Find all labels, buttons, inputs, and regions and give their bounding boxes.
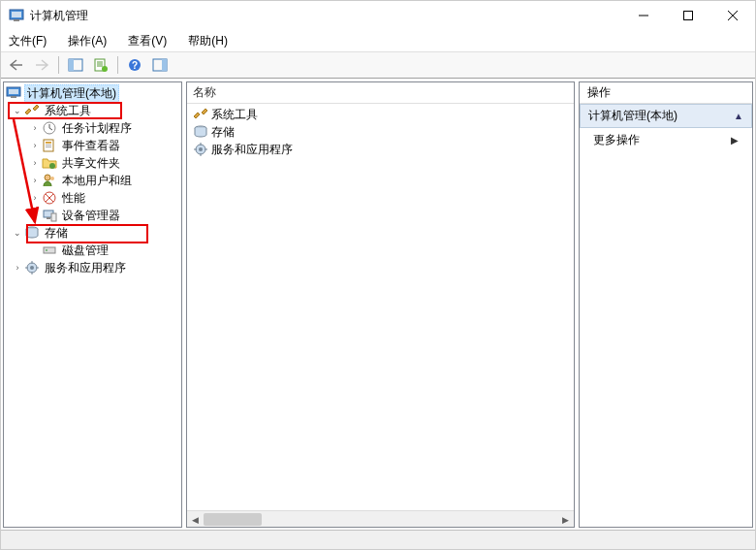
actions-more[interactable]: 更多操作 ▶ bbox=[580, 128, 752, 152]
svg-rect-16 bbox=[9, 89, 18, 94]
actions-section[interactable]: 计算机管理(本地) ▲ bbox=[580, 104, 752, 128]
expander-icon[interactable]: › bbox=[29, 175, 41, 186]
submenu-arrow-icon: ▶ bbox=[731, 135, 739, 146]
toolbar-separator bbox=[117, 56, 118, 74]
tools-icon bbox=[193, 107, 208, 122]
show-hide-tree-button[interactable] bbox=[64, 54, 87, 76]
toolbar-separator bbox=[58, 56, 59, 74]
help-button[interactable]: ? bbox=[123, 54, 146, 76]
column-name[interactable]: 名称 bbox=[193, 84, 216, 101]
window-title: 计算机管理 bbox=[30, 8, 621, 24]
forward-button[interactable] bbox=[30, 54, 53, 76]
menu-help[interactable]: 帮助(H) bbox=[184, 31, 232, 51]
disk-icon bbox=[42, 243, 57, 258]
list-item-label: 服务和应用程序 bbox=[211, 142, 293, 158]
toolbar: ? bbox=[1, 51, 755, 79]
list-item-label: 系统工具 bbox=[211, 107, 258, 123]
actions-more-label: 更多操作 bbox=[593, 132, 640, 148]
clock-icon bbox=[42, 120, 57, 136]
back-button[interactable] bbox=[5, 54, 28, 76]
list-item-storage[interactable]: 存储 bbox=[189, 123, 572, 141]
actions-body: 计算机管理(本地) ▲ 更多操作 ▶ bbox=[580, 104, 752, 527]
content-area: 计算机管理(本地) ⌄ 系统工具 › 任务计划程序 › 事件查看器 › 共享文件… bbox=[1, 79, 755, 530]
maximize-button[interactable] bbox=[666, 1, 710, 30]
users-icon bbox=[42, 173, 57, 188]
svg-text:?: ? bbox=[132, 60, 138, 71]
list-item-system-tools[interactable]: 系统工具 bbox=[189, 106, 572, 123]
list-item-label: 存储 bbox=[211, 124, 235, 141]
tree-shared-folders-label: 共享文件夹 bbox=[60, 155, 122, 172]
tree-storage-label: 存储 bbox=[43, 225, 70, 242]
actions-section-label: 计算机管理(本地) bbox=[588, 108, 677, 124]
horizontal-scrollbar[interactable]: ◀ ▶ bbox=[187, 510, 574, 527]
actions-header: 操作 bbox=[580, 82, 752, 104]
svg-point-10 bbox=[102, 66, 108, 72]
tree-local-users[interactable]: › 本地用户和组 bbox=[6, 172, 179, 189]
list-item-services-apps[interactable]: 服务和应用程序 bbox=[189, 141, 572, 158]
svg-rect-29 bbox=[51, 213, 56, 221]
expander-icon[interactable]: ⌄ bbox=[12, 105, 23, 116]
tree-performance-label: 性能 bbox=[60, 190, 87, 207]
tree-services-apps-label: 服务和应用程序 bbox=[43, 260, 128, 276]
svg-rect-17 bbox=[11, 96, 16, 98]
expander-icon[interactable]: › bbox=[29, 192, 41, 204]
storage-icon bbox=[24, 225, 40, 241]
tree-performance[interactable]: › 性能 bbox=[6, 189, 179, 207]
tree-system-tools[interactable]: ⌄ 系统工具 bbox=[6, 102, 179, 119]
svg-rect-4 bbox=[684, 12, 693, 20]
expander-icon[interactable]: › bbox=[29, 157, 41, 169]
event-icon bbox=[42, 138, 57, 153]
minimize-button[interactable] bbox=[621, 1, 666, 30]
svg-rect-22 bbox=[46, 146, 51, 147]
tree-device-manager-label: 设备管理器 bbox=[60, 208, 122, 224]
close-button[interactable] bbox=[710, 1, 755, 30]
actions-header-label: 操作 bbox=[587, 84, 611, 101]
tree-pane: 计算机管理(本地) ⌄ 系统工具 › 任务计划程序 › 事件查看器 › 共享文件… bbox=[3, 81, 182, 528]
svg-point-24 bbox=[45, 175, 50, 180]
tree-disk-mgmt-label: 磁盘管理 bbox=[60, 243, 110, 259]
tree-event-viewer[interactable]: › 事件查看器 bbox=[6, 137, 179, 154]
svg-rect-28 bbox=[47, 217, 50, 219]
tree-storage[interactable]: ⌄ 存储 bbox=[6, 224, 179, 242]
tree-shared-folders[interactable]: › 共享文件夹 bbox=[6, 154, 179, 172]
properties-button[interactable] bbox=[89, 54, 112, 76]
services-icon bbox=[193, 142, 208, 157]
storage-icon bbox=[193, 124, 208, 140]
services-icon bbox=[24, 260, 40, 275]
menubar: 文件(F) 操作(A) 查看(V) 帮助(H) bbox=[1, 30, 755, 51]
expander-icon[interactable]: ⌄ bbox=[12, 227, 23, 239]
list-body[interactable]: 系统工具 存储 服务和应用程序 bbox=[187, 104, 574, 510]
app-icon bbox=[9, 8, 24, 23]
titlebar: 计算机管理 bbox=[1, 1, 755, 30]
tree-services-apps[interactable]: › 服务和应用程序 bbox=[6, 259, 179, 276]
svg-rect-2 bbox=[14, 19, 19, 21]
expander-icon[interactable]: › bbox=[29, 140, 41, 151]
menu-file[interactable]: 文件(F) bbox=[5, 31, 50, 51]
scroll-thumb[interactable] bbox=[204, 513, 262, 526]
scroll-left-button[interactable]: ◀ bbox=[187, 511, 204, 528]
tree-disk-mgmt[interactable]: 磁盘管理 bbox=[6, 242, 179, 259]
tree-root[interactable]: 计算机管理(本地) bbox=[6, 84, 179, 102]
svg-point-38 bbox=[199, 147, 203, 151]
navigation-tree[interactable]: 计算机管理(本地) ⌄ 系统工具 › 任务计划程序 › 事件查看器 › 共享文件… bbox=[4, 82, 181, 527]
scroll-right-button[interactable]: ▶ bbox=[557, 511, 574, 528]
svg-rect-14 bbox=[162, 59, 167, 71]
tree-task-scheduler[interactable]: › 任务计划程序 bbox=[6, 119, 179, 137]
svg-rect-1 bbox=[12, 12, 21, 17]
tree-device-manager[interactable]: 设备管理器 bbox=[6, 207, 179, 224]
svg-rect-31 bbox=[44, 247, 55, 253]
tree-local-users-label: 本地用户和组 bbox=[60, 173, 134, 189]
menu-view[interactable]: 查看(V) bbox=[124, 31, 171, 51]
expander-icon[interactable]: › bbox=[29, 122, 41, 134]
tree-event-viewer-label: 事件查看器 bbox=[60, 138, 122, 154]
shared-folder-icon bbox=[42, 155, 57, 171]
list-header[interactable]: 名称 bbox=[187, 82, 574, 104]
svg-rect-20 bbox=[46, 142, 51, 144]
expander-icon[interactable]: › bbox=[12, 262, 23, 274]
svg-point-34 bbox=[30, 266, 34, 270]
computer-icon bbox=[6, 85, 21, 101]
menu-action[interactable]: 操作(A) bbox=[64, 31, 110, 51]
show-action-pane-button[interactable] bbox=[148, 54, 172, 76]
expander-spacer bbox=[29, 244, 41, 256]
svg-point-32 bbox=[46, 249, 47, 251]
